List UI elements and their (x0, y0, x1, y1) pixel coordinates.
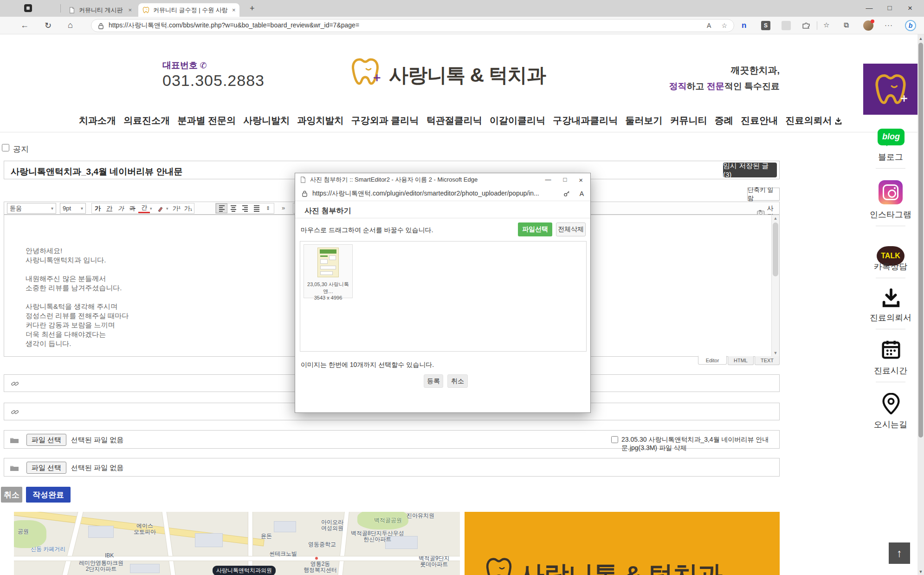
reload-icon[interactable]: ↻ (45, 20, 52, 31)
popup-minimize-button[interactable]: — (545, 176, 551, 184)
nav-item-bruxism[interactable]: 이갈이클리닉 (490, 114, 545, 127)
popup-url-bar[interactable]: https://사랑니톡앤턱.com/plugin/editor/smarted… (295, 186, 590, 201)
settings-more-icon[interactable]: ··· (885, 21, 893, 29)
back-icon[interactable]: ← (20, 20, 29, 30)
font-size-select[interactable]: 9pt▾ (60, 203, 86, 214)
highlight-button[interactable] (155, 203, 166, 213)
popup-title-bar[interactable]: 사진 첨부하기 :: SmartEditor2 - 사용자 이름 2 - Mic… (295, 173, 590, 186)
hours-label[interactable]: 진료시간 (863, 365, 918, 376)
nav-item-tour[interactable]: 둘러보기 (625, 114, 662, 127)
align-left-icon[interactable] (216, 203, 227, 213)
nav-item-cases[interactable]: 증례 (715, 114, 733, 127)
superscript-button[interactable]: 가¹ (171, 203, 182, 213)
extension-n-icon[interactable]: n (742, 21, 746, 30)
site-logo-text[interactable]: 사랑니톡 & 턱치과 (389, 62, 546, 88)
nav-item-oral-surgery[interactable]: 구강외과 클리닉 (351, 114, 419, 127)
file-select-button-1[interactable]: 파일 선택 (26, 434, 66, 446)
popup-file-select-button[interactable]: 파일선택 (518, 222, 552, 236)
read-aloud-icon[interactable]: A (580, 190, 584, 197)
tab-editor[interactable]: Editor (698, 356, 727, 365)
scroll-down-icon[interactable]: ▼ (772, 351, 779, 355)
new-tab-button[interactable]: + (250, 4, 255, 13)
notice-checkbox[interactable] (2, 144, 9, 151)
window-minimize-button[interactable]: — (861, 4, 877, 12)
bing-icon[interactable]: b (905, 20, 916, 31)
toolbar-more-icon[interactable]: » (282, 204, 285, 211)
instagram-label[interactable]: 인스타그램 (863, 209, 918, 220)
highlight-caret-icon[interactable]: ▾ (166, 206, 171, 211)
bold-button[interactable]: 가 (92, 203, 103, 213)
editor-scroll-thumb[interactable] (773, 222, 778, 276)
nav-item-supernumerary[interactable]: 과잉치발치 (297, 114, 344, 127)
favorite-add-icon[interactable]: ☆ (721, 22, 727, 29)
popup-close-button[interactable]: × (579, 176, 583, 184)
page-scroll-thumb[interactable] (918, 43, 923, 438)
align-right-icon[interactable] (239, 203, 251, 213)
font-family-select[interactable]: 돋움▾ (7, 203, 56, 214)
popup-cancel-button[interactable]: 취소 (447, 374, 468, 388)
scroll-up-icon[interactable]: ▲ (772, 216, 779, 221)
home-icon[interactable]: ⌂ (68, 20, 73, 30)
url-text[interactable]: https://사랑니톡앤턱.com/bbs/write.php?w=u&bo_… (109, 21, 707, 30)
url-bar[interactable]: https://사랑니톡앤턱.com/bbs/write.php?w=u&bo_… (91, 19, 734, 32)
window-close-button[interactable]: × (902, 4, 918, 13)
nav-item-staff[interactable]: 의료진소개 (123, 114, 170, 127)
file-delete-checkbox[interactable] (611, 436, 618, 443)
subscript-button[interactable]: 가₁ (182, 203, 194, 213)
window-maximize-button[interactable]: □ (882, 4, 898, 12)
nav-item-tmj[interactable]: 턱관절클리닉 (426, 114, 482, 127)
favorites-list-icon[interactable]: ☆ (823, 21, 829, 29)
italic-button[interactable]: 가 (115, 203, 127, 213)
blog-label[interactable]: 블로그 (863, 151, 918, 163)
scroll-up-icon[interactable]: ▲ (918, 36, 924, 41)
sidebar-logo-tile[interactable]: ＋ (863, 64, 918, 115)
profile-avatar[interactable] (863, 20, 873, 31)
align-justify-icon[interactable] (251, 203, 262, 213)
referral-download-icon[interactable] (880, 287, 902, 308)
line-height-icon[interactable]: ⇕ (262, 203, 274, 213)
popup-register-button[interactable]: 등록 (424, 374, 443, 388)
nav-item-referral[interactable]: 진료의뢰서 (785, 114, 842, 127)
extension-s-icon[interactable]: S (761, 21, 770, 30)
tab-2-close-icon[interactable]: × (232, 7, 236, 13)
browser-tab-1[interactable]: 커뮤니티 게시판 썸네일 삭제 | 수 × (65, 3, 136, 17)
thumbnail-card[interactable]: 23,05,30 사랑니톡앤… 3543 x 4996 (304, 244, 353, 298)
nav-item-clinic-intro[interactable]: 치과소개 (79, 114, 116, 127)
strikethrough-button[interactable]: 과 (127, 203, 138, 213)
submit-button[interactable]: 작성완료 (26, 487, 71, 503)
tab-text[interactable]: TEXT (755, 356, 780, 365)
tab-html[interactable]: HTML (728, 356, 754, 365)
extensions-puzzle-icon[interactable] (802, 21, 810, 29)
file-select-button-2[interactable]: 파일 선택 (26, 462, 66, 474)
scroll-top-button[interactable]: ↑ (889, 542, 910, 564)
popup-maximize-button[interactable]: □ (563, 176, 567, 184)
location-map[interactable]: 공원 신동 카페거리 에이스 오토피아 레미안영통마크원 2단지아파트 IBK … (14, 512, 460, 575)
directions-pin-icon[interactable] (882, 393, 900, 414)
nav-item-specialists[interactable]: 분과별 전문의 (178, 114, 236, 127)
sidebar-item-blog[interactable]: blog (878, 129, 905, 145)
key-icon[interactable] (563, 190, 570, 197)
nav-item-treatment-info[interactable]: 진료안내 (741, 114, 778, 127)
font-color-button[interactable]: 간 (138, 203, 150, 213)
hours-calendar-icon[interactable] (880, 339, 902, 360)
popup-delete-all-button[interactable]: 전체삭제 (556, 222, 586, 236)
directions-label[interactable]: 오시는길 (863, 419, 918, 430)
editor-scrollbar[interactable]: ▲ ▼ (771, 215, 779, 356)
instagram-icon[interactable] (879, 180, 903, 204)
nav-item-oral-medicine[interactable]: 구강내과클리닉 (553, 114, 618, 127)
temp-saved-button[interactable]: 임시 저장된 글 (3) (723, 163, 777, 177)
referral-label[interactable]: 진료의뢰서 (863, 312, 918, 323)
underline-button[interactable]: 간 (103, 203, 115, 213)
extension-disabled-icon[interactable] (782, 21, 791, 30)
workspaces-icon[interactable] (24, 4, 32, 12)
cancel-button[interactable]: 취소 (1, 487, 22, 503)
nav-item-wisdom-tooth[interactable]: 사랑니발치 (243, 114, 290, 127)
nav-item-community[interactable]: 커뮤니티 (670, 114, 707, 127)
read-aloud-icon[interactable]: A (707, 22, 711, 29)
collections-icon[interactable]: ⧉ (844, 21, 849, 29)
site-logo-icon[interactable]: ＋ (350, 57, 380, 86)
browser-tab-2-active[interactable]: 커뮤니티 글수정 | 수원 사랑니, 턱 × (138, 3, 239, 17)
tab-1-close-icon[interactable]: × (128, 7, 132, 13)
scroll-down-icon[interactable]: ▼ (918, 569, 924, 574)
font-color-caret-icon[interactable]: ▾ (150, 206, 155, 211)
